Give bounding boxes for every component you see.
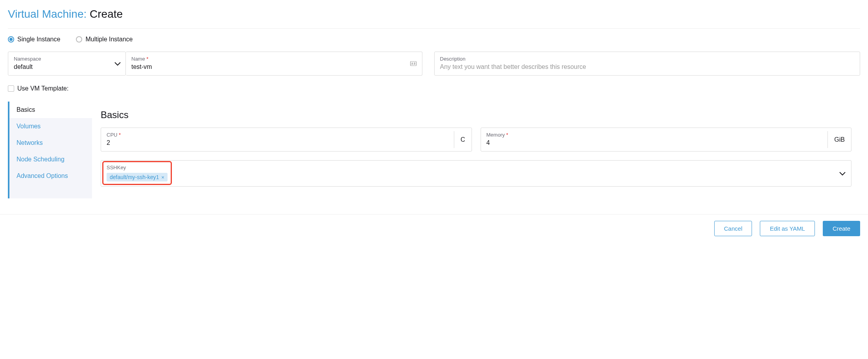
create-button[interactable]: Create bbox=[823, 221, 860, 236]
description-field[interactable]: Description bbox=[434, 52, 861, 76]
required-asterisk: * bbox=[146, 56, 148, 62]
svg-rect-0 bbox=[410, 61, 416, 66]
close-icon[interactable]: × bbox=[161, 174, 164, 180]
id-card-icon bbox=[410, 60, 416, 67]
cpu-input[interactable] bbox=[107, 139, 448, 146]
tab-volumes[interactable]: Volumes bbox=[9, 118, 92, 135]
tabbed-panel: Basics Volumes Networks Node Scheduling … bbox=[8, 102, 860, 198]
sshkey-label: SSHKey bbox=[107, 165, 168, 170]
tab-advanced-options[interactable]: Advanced Options bbox=[9, 168, 92, 184]
sshkey-select[interactable]: SSHKey default/my-ssh-key1 × bbox=[101, 160, 851, 187]
radio-unselected-icon bbox=[76, 36, 82, 43]
tab-node-scheduling[interactable]: Node Scheduling bbox=[9, 151, 92, 168]
name-input[interactable] bbox=[131, 63, 416, 70]
title-prefix: Virtual Machine: bbox=[8, 8, 90, 20]
svg-point-1 bbox=[411, 63, 413, 64]
radio-selected-icon bbox=[8, 36, 14, 43]
basics-heading: Basics bbox=[101, 109, 851, 120]
name-field[interactable]: Name * bbox=[126, 52, 422, 76]
footer-bar: Cancel Edit as YAML Create bbox=[0, 214, 868, 242]
memory-unit: GiB bbox=[827, 131, 851, 148]
sshkey-token-text: default/my-ssh-key1 bbox=[110, 174, 159, 180]
use-vm-template-checkbox[interactable]: Use VM Template: bbox=[8, 85, 860, 92]
description-label: Description bbox=[440, 56, 855, 62]
title-action: Create bbox=[90, 8, 123, 20]
edit-as-yaml-button[interactable]: Edit as YAML bbox=[760, 221, 815, 236]
instance-type-row: Single Instance Multiple Instance bbox=[8, 36, 860, 43]
namespace-label: Namespace bbox=[14, 56, 120, 62]
tab-basics[interactable]: Basics bbox=[9, 102, 92, 118]
multiple-instance-label: Multiple Instance bbox=[85, 36, 133, 43]
page-title: Virtual Machine: Create bbox=[8, 8, 860, 29]
description-input[interactable] bbox=[440, 63, 855, 70]
tab-networks[interactable]: Networks bbox=[9, 135, 92, 151]
namespace-select[interactable]: Namespace default bbox=[8, 52, 126, 76]
cpu-field[interactable]: CPU * C bbox=[101, 128, 472, 152]
memory-label: Memory * bbox=[487, 132, 822, 138]
sshkey-token[interactable]: default/my-ssh-key1 × bbox=[107, 173, 168, 181]
single-instance-radio[interactable]: Single Instance bbox=[8, 36, 60, 43]
single-instance-label: Single Instance bbox=[17, 36, 60, 43]
multiple-instance-radio[interactable]: Multiple Instance bbox=[76, 36, 133, 43]
cpu-unit: C bbox=[454, 131, 472, 148]
checkbox-unchecked-icon bbox=[8, 85, 14, 92]
memory-field[interactable]: Memory * GiB bbox=[481, 128, 852, 152]
name-label: Name * bbox=[131, 56, 416, 62]
cancel-button[interactable]: Cancel bbox=[714, 221, 752, 236]
highlight-box: SSHKey default/my-ssh-key1 × bbox=[102, 161, 172, 185]
cpu-label: CPU * bbox=[107, 132, 448, 138]
tab-content: Basics CPU * C Memory * bbox=[92, 102, 860, 198]
memory-input[interactable] bbox=[487, 139, 822, 146]
namespace-value: default bbox=[14, 63, 120, 70]
chevron-down-icon bbox=[839, 170, 846, 177]
use-vm-template-label: Use VM Template: bbox=[17, 85, 68, 92]
tabs-sidebar: Basics Volumes Networks Node Scheduling … bbox=[9, 102, 92, 198]
